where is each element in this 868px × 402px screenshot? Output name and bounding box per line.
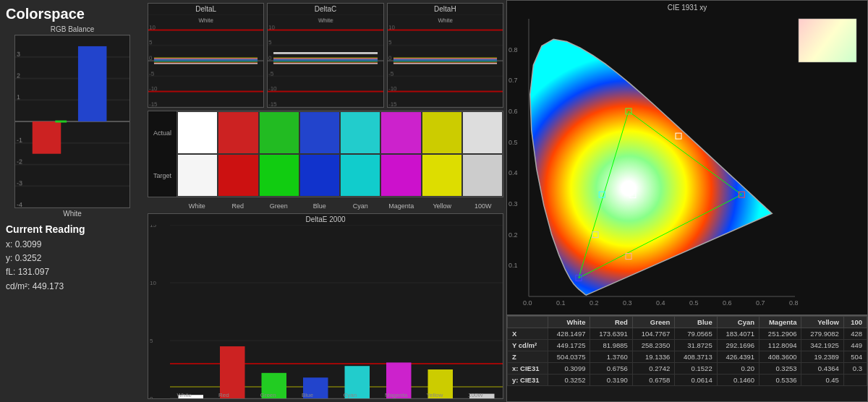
cie-title: CIE 1931 xy [668,4,707,12]
delta-C-canvas [268,14,383,107]
delta-H-chart: DeltaH [387,3,503,108]
rgb-balance-label: RGB Balance [6,25,139,33]
middle-panel: DeltaL DeltaC DeltaH Actual Target White… [145,0,506,402]
delta-L-canvas [148,14,263,107]
app-title: Colorspace [6,6,139,22]
patch-row-labels: Actual Target [148,111,177,197]
patch-name-blue: Blue [299,200,341,212]
actual-patches-row [177,111,503,154]
actual-patch-white [177,111,218,154]
cie-chart-area: CIE 1931 xy [506,0,868,315]
target-patch-red [218,154,258,197]
current-reading: Current Reading x: 0.3099 y: 0.3252 fL: … [6,223,139,294]
color-patches: Actual Target [148,111,503,197]
patches-grid [177,111,503,197]
target-patch-green [259,154,299,197]
delta-H-title: DeltaH [434,4,456,14]
right-panel: CIE 1931 xy WhiteRedGreenBlueCyanMagenta… [506,0,868,402]
delta-C-title: DeltaC [315,4,337,14]
delta-L-title: DeltaL [195,4,216,14]
deltae-title: DeltaE 2000 [305,214,345,225]
rgb-canvas [15,35,129,208]
patch-name-green: Green [258,200,299,212]
patch-name-cyan: Cyan [340,200,381,212]
target-patch-white [177,154,218,197]
delta-H-canvas [388,14,503,107]
data-table: WhiteRedGreenBlueCyanMagentaYellow100X42… [506,315,868,402]
target-patch-magenta [380,154,421,197]
color-patches-container: Actual Target WhiteRedGreenBlueCyanMagen… [148,111,503,212]
target-patch-100w [462,154,503,197]
actual-patch-red [218,111,258,154]
measurements-table: WhiteRedGreenBlueCyanMagentaYellow100X42… [507,316,867,386]
delta-C-chart: DeltaC [267,3,383,108]
cie-canvas [507,1,867,315]
actual-patch-magenta [380,111,421,154]
rgb-balance-chart [14,35,130,208]
target-patch-yellow [422,154,462,197]
current-reading-title: Current Reading [6,223,139,235]
actual-patch-yellow [422,111,462,154]
patch-name-magenta: Magenta [381,200,422,212]
target-patches-row [177,154,503,197]
fL-value: fL: 131.097 [6,265,139,279]
left-panel: Colorspace RGB Balance White Current Rea… [0,0,145,402]
patch-name-white: White [176,200,218,212]
delta-L-chart: DeltaL [148,3,264,108]
actual-patch-cyan [340,111,380,154]
patch-name-yellow: Yellow [422,200,463,212]
deltae-canvas [148,225,503,398]
actual-label: Actual [153,129,171,137]
actual-patch-green [259,111,299,154]
actual-patch-100w [462,111,503,154]
actual-patch-blue [299,111,340,154]
white-label: White [6,210,139,218]
cdm2-value: cd/m²: 449.173 [6,280,139,294]
patch-names-row: WhiteRedGreenBlueCyanMagentaYellow100W [176,200,503,212]
y-value: y: 0.3252 [6,252,139,265]
patch-name-red: Red [218,200,259,212]
target-label: Target [153,172,171,179]
target-patch-blue [299,154,340,197]
top-delta-charts: DeltaL DeltaC DeltaH [148,3,503,108]
deltae-chart: DeltaE 2000 [148,213,503,399]
target-patch-cyan [340,154,380,197]
current-reading-values: x: 0.3099 y: 0.3252 fL: 131.097 cd/m²: 4… [6,238,139,294]
patch-name-100w: 100W [463,200,504,212]
x-value: x: 0.3099 [6,238,139,252]
